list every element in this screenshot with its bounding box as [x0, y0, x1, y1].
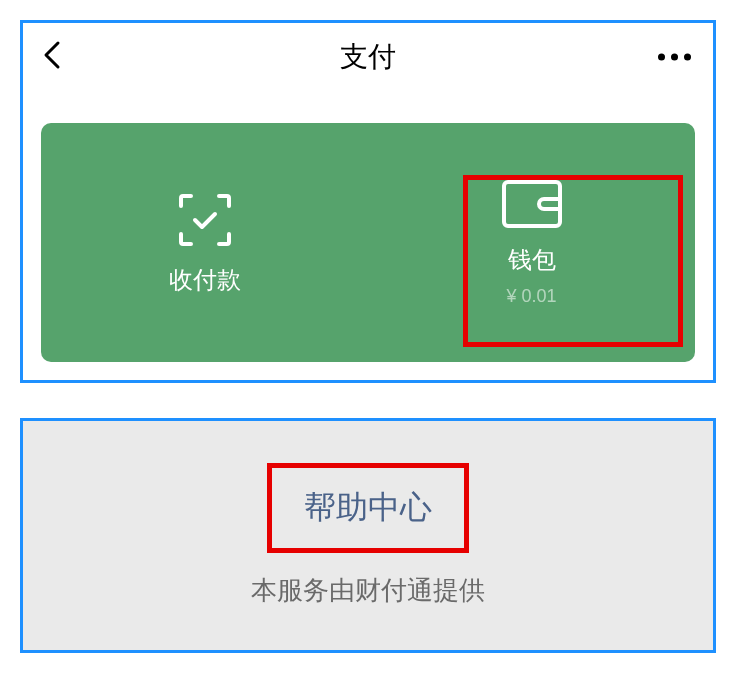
dot-icon [671, 54, 678, 61]
help-center-link[interactable]: 帮助中心 [304, 486, 432, 530]
chevron-left-icon [43, 40, 61, 70]
action-card: 收付款 钱包 ¥ 0.01 [41, 123, 695, 362]
nav-header: 支付 [23, 23, 713, 91]
wallet-icon [500, 178, 564, 230]
svg-rect-0 [504, 182, 560, 226]
footer-panel: 帮助中心 本服务由财付通提供 [20, 418, 716, 653]
scan-check-icon [175, 190, 235, 250]
back-button[interactable] [43, 40, 61, 74]
page-title: 支付 [340, 38, 396, 76]
provider-text: 本服务由财付通提供 [251, 573, 485, 608]
payment-panel: 支付 收付款 钱包 ¥ 0.01 [20, 20, 716, 383]
more-button[interactable] [658, 54, 691, 61]
wallet-button[interactable]: 钱包 ¥ 0.01 [368, 123, 695, 362]
pay-receive-label: 收付款 [169, 264, 241, 296]
dot-icon [658, 54, 665, 61]
help-highlight-box: 帮助中心 [267, 463, 469, 553]
wallet-balance: ¥ 0.01 [506, 286, 556, 307]
pay-receive-button[interactable]: 收付款 [41, 123, 368, 362]
wallet-label: 钱包 [508, 244, 556, 276]
dot-icon [684, 54, 691, 61]
